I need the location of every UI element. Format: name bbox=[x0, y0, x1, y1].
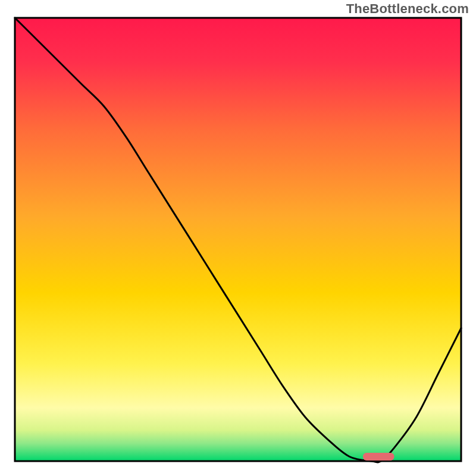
bottleneck-chart bbox=[0, 0, 476, 476]
chart-container: TheBottleneck.com bbox=[0, 0, 476, 476]
optimal-marker bbox=[363, 453, 394, 461]
watermark-text: TheBottleneck.com bbox=[346, 1, 469, 17]
svg-rect-1 bbox=[363, 453, 394, 461]
